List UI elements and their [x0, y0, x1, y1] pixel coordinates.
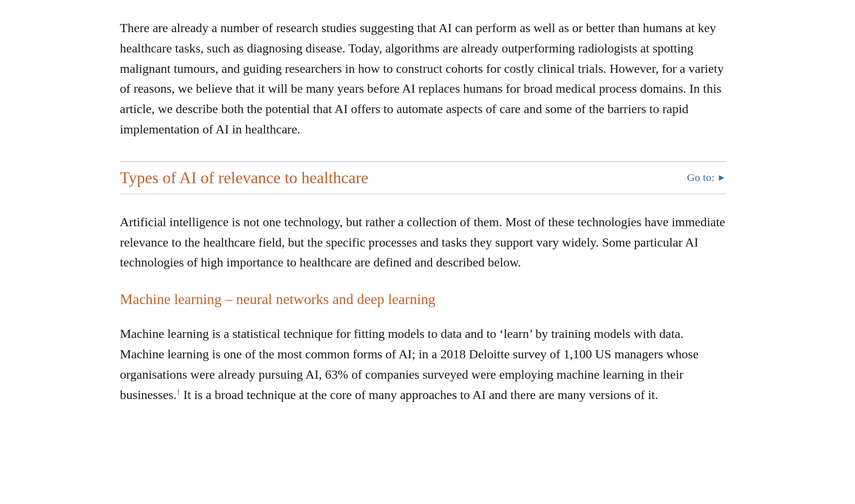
- ml-body-text-part2: It is a broad technique at the core of m…: [180, 388, 658, 402]
- goto-arrow-icon: ►: [717, 172, 726, 183]
- ml-body-paragraph: Machine learning is a statistical techni…: [120, 324, 726, 405]
- section1-body: Artificial intelligence is not one techn…: [120, 212, 726, 273]
- content-wrapper: There are already a number of research s…: [120, 18, 726, 405]
- section-title: Types of AI of relevance to healthcare: [120, 168, 368, 187]
- goto-link[interactable]: Go to: ►: [687, 171, 726, 184]
- section-header: Types of AI of relevance to healthcare G…: [120, 162, 726, 194]
- goto-label: Go to:: [687, 171, 715, 184]
- intro-paragraph: There are already a number of research s…: [120, 18, 726, 140]
- subsection-title-ml: Machine learning – neural networks and d…: [120, 291, 726, 308]
